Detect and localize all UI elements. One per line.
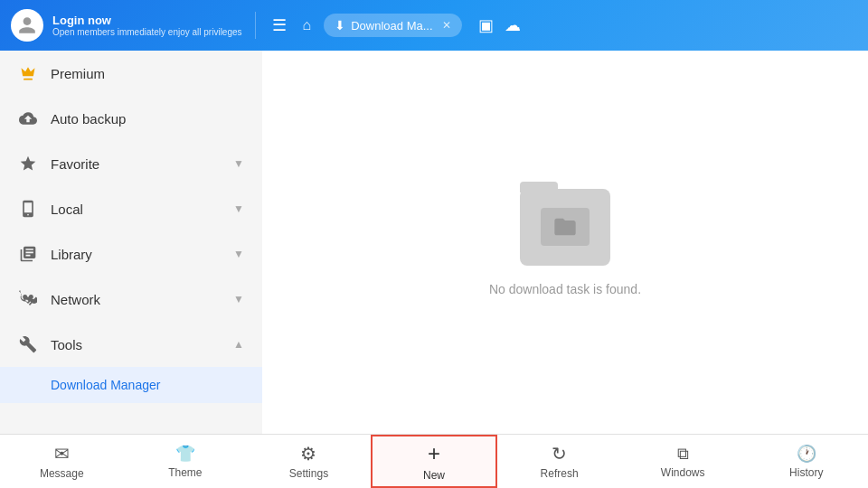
crown-icon	[18, 63, 38, 83]
refresh-button[interactable]: ↻ Refresh	[497, 435, 621, 488]
library-icon	[18, 244, 38, 264]
sidebar-item-auto-backup-label: Auto backup	[51, 111, 126, 127]
message-label: Message	[40, 467, 84, 480]
chevron-up-icon: ▲	[233, 338, 244, 351]
body: Premium Auto backup Favorite ▼ Local ▼	[0, 51, 868, 434]
header-divider	[255, 12, 256, 39]
download-arrow-icon: ⬇	[335, 18, 345, 33]
empty-message: No download task is found.	[489, 282, 641, 296]
history-label: History	[789, 466, 823, 479]
main-content: No download task is found.	[262, 51, 868, 434]
bottom-bar: ✉ Message 👕 Theme ⚙ Settings + New ↻ Ref…	[0, 434, 868, 488]
new-button[interactable]: + New	[371, 435, 498, 488]
backup-icon	[18, 108, 38, 128]
refresh-label: Refresh	[541, 467, 579, 480]
login-title: Login now	[52, 14, 242, 27]
login-info: Login now Open members immediately enjoy…	[52, 14, 242, 37]
menu-icon[interactable]: ☰	[269, 12, 290, 39]
sidebar-item-network-label: Network	[51, 292, 100, 307]
window-icon[interactable]: ▣	[476, 14, 495, 37]
sidebar-item-premium-label: Premium	[51, 66, 105, 81]
message-icon: ✉	[54, 443, 70, 465]
chevron-down-icon: ▼	[233, 157, 244, 170]
sidebar-item-premium[interactable]: Premium	[0, 51, 262, 96]
login-subtitle: Open members immediately enjoy all privi…	[52, 27, 242, 37]
history-icon: 🕐	[797, 444, 816, 464]
windows-button[interactable]: ⧉ Windows	[621, 435, 745, 488]
tools-icon	[18, 334, 38, 354]
sidebar-item-tools[interactable]: Tools ▲	[0, 322, 262, 367]
theme-icon: 👕	[175, 444, 195, 464]
message-button[interactable]: ✉ Message	[0, 435, 124, 488]
home-icon[interactable]: ⌂	[299, 14, 316, 37]
windows-label: Windows	[661, 466, 705, 479]
history-button[interactable]: 🕐 History	[744, 435, 868, 488]
sidebar-item-network[interactable]: Network ▼	[0, 277, 262, 322]
sidebar-item-favorite-label: Favorite	[51, 156, 99, 172]
chevron-down-icon: ▼	[233, 248, 244, 260]
phone-icon	[18, 199, 38, 219]
new-label: New	[423, 469, 445, 482]
cloud-icon[interactable]: ☁	[503, 14, 523, 37]
sidebar-subitem-download-manager[interactable]: Download Manager	[0, 367, 262, 403]
windows-icon: ⧉	[677, 445, 689, 464]
sidebar-item-local[interactable]: Local ▼	[0, 186, 262, 231]
theme-button[interactable]: 👕 Theme	[124, 435, 248, 488]
settings-label: Settings	[289, 467, 328, 480]
sidebar-item-library-label: Library	[51, 247, 92, 262]
sidebar: Premium Auto backup Favorite ▼ Local ▼	[0, 51, 262, 434]
sidebar-subitem-download-manager-label: Download Manager	[51, 378, 160, 392]
settings-icon: ⚙	[300, 443, 316, 465]
empty-folder-illustration	[520, 189, 610, 266]
sidebar-item-auto-backup[interactable]: Auto backup	[0, 96, 262, 141]
refresh-icon: ↻	[552, 443, 567, 465]
sidebar-item-library[interactable]: Library ▼	[0, 231, 262, 277]
folder-inner	[541, 208, 590, 246]
tab-label: Download Ma...	[351, 19, 432, 33]
close-tab-icon[interactable]: ✕	[442, 19, 451, 32]
plus-icon: +	[428, 441, 440, 466]
settings-button[interactable]: ⚙ Settings	[247, 435, 371, 488]
network-icon	[18, 289, 38, 309]
chevron-down-icon: ▼	[233, 293, 244, 305]
theme-label: Theme	[168, 466, 202, 479]
avatar[interactable]	[11, 9, 43, 42]
sidebar-item-local-label: Local	[51, 202, 83, 217]
header: Login now Open members immediately enjoy…	[0, 0, 868, 51]
chevron-down-icon: ▼	[233, 202, 244, 215]
sidebar-item-tools-label: Tools	[51, 337, 82, 352]
sidebar-item-favorite[interactable]: Favorite ▼	[0, 141, 262, 186]
star-icon	[18, 154, 38, 174]
download-manager-tab[interactable]: ⬇ Download Ma... ✕	[324, 14, 461, 37]
header-actions: ▣ ☁	[476, 14, 523, 37]
